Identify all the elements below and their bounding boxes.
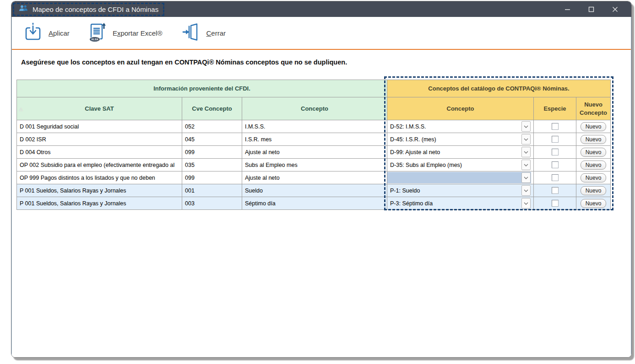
nuevo-concepto-button[interactable]: Nuevo [581, 161, 606, 170]
aplicar-button[interactable]: Aplicar [24, 22, 70, 44]
table-row: D 002 ISR 045 I.S.R. mes D-45: I.S.R. (m… [17, 133, 611, 146]
cell-clave-sat: D 002 ISR [17, 133, 182, 146]
minimize-button[interactable] [555, 1, 579, 17]
cell-clave-sat: OP 999 Pagos distintos a los listados y … [17, 171, 182, 184]
window-title: Mapeo de conceptos de CFDI a Nóminas [33, 5, 158, 13]
table-row: D 001 Seguridad social 052 I.M.S.S. D-52… [17, 120, 611, 133]
window-content: Aplicar XLSX Exportar Excel® [11, 17, 631, 358]
window-controls [555, 1, 627, 17]
close-button[interactable] [603, 1, 627, 17]
concepto-nominas-select[interactable]: D-35: Subs al Empleo (mes) [387, 159, 531, 171]
exportar-excel-button[interactable]: XLSX Exportar Excel® [89, 21, 163, 44]
chevron-down-icon[interactable] [521, 147, 531, 157]
nuevo-concepto-button[interactable]: Nuevo [581, 135, 606, 144]
especie-checkbox[interactable] [552, 174, 559, 181]
window: Mapeo de conceptos de CFDI a Nóminas [11, 1, 632, 358]
apply-download-icon [24, 22, 42, 44]
concepto-nominas-select[interactable]: D-99: Ajuste al neto [387, 146, 531, 158]
cerrar-button[interactable]: Cerrar [181, 22, 226, 44]
table-row-duplicate-warning: P 001 Sueldos, Salarios Rayas y Jornales… [17, 197, 611, 210]
cell-cve-concepto: 003 [182, 197, 242, 210]
mapping-table-wrap: Información proveniente del CFDI. Concep… [16, 80, 610, 210]
especie-checkbox[interactable] [552, 161, 559, 168]
table-row: D 004 Otros 099 Ajuste al neto D-99: Aju… [17, 146, 611, 159]
column-header-nuevo-concepto: Nuevo Concepto [576, 97, 611, 120]
toolbar-button-label: Exportar Excel® [113, 29, 163, 37]
svg-text:XLSX: XLSX [91, 38, 98, 41]
title-bar: Mapeo de conceptos de CFDI a Nóminas [11, 1, 631, 17]
nuevo-concepto-button[interactable]: Nuevo [581, 186, 606, 195]
cell-clave-sat: P 001 Sueldos, Salarios Rayas y Jornales [17, 184, 182, 197]
cell-cve-concepto: 045 [182, 133, 242, 146]
column-header-row: △Clave SAT Cve Concepto Concepto Concept… [17, 97, 611, 120]
cell-clave-sat: P 001 Sueldos, Salarios Rayas y Jornales [17, 197, 182, 210]
especie-checkbox[interactable] [552, 149, 559, 155]
nuevo-concepto-button[interactable]: Nuevo [581, 199, 606, 208]
especie-checkbox[interactable] [552, 187, 559, 194]
cell-concepto-cfdi: Séptimo día [242, 197, 387, 210]
group-header-nominas: Conceptos del catálogo de CONTPAQi® Nómi… [387, 80, 611, 97]
column-header-concepto-cfdi: Concepto [242, 97, 387, 120]
cell-cve-concepto: 035 [182, 159, 242, 171]
concepto-nominas-select[interactable]: P-1: Sueldo [387, 185, 531, 196]
especie-checkbox[interactable] [552, 200, 559, 207]
cell-concepto-cfdi: Sueldo [242, 184, 387, 197]
especie-checkbox[interactable] [552, 123, 559, 130]
chevron-down-icon[interactable] [521, 134, 531, 145]
cell-clave-sat: D 004 Otros [17, 146, 182, 159]
cell-clave-sat: OP 002 Subsidio para el empleo (efectiva… [17, 159, 182, 171]
table-row: OP 999 Pagos distintos a los listados y … [17, 171, 611, 184]
cell-cve-concepto: 099 [182, 171, 242, 184]
column-header-cve-concepto: Cve Concepto [182, 97, 242, 120]
cell-cve-concepto: 099 [182, 146, 242, 159]
chevron-down-icon[interactable] [521, 172, 531, 183]
column-header-clave-sat: △Clave SAT [17, 97, 182, 120]
notice-text: Asegúrese que los conceptos en azul teng… [21, 59, 631, 66]
cell-concepto-cfdi: Ajuste al neto [242, 171, 387, 184]
maximize-button[interactable] [579, 1, 603, 17]
toolbar: Aplicar XLSX Exportar Excel® [12, 17, 631, 50]
exit-door-icon [181, 22, 200, 44]
especie-checkbox[interactable] [552, 136, 559, 143]
concepto-nominas-select[interactable]: P-3: Séptimo día [387, 198, 531, 209]
column-header-concepto-nominas: Concepto [387, 97, 534, 120]
mapping-table: Información proveniente del CFDI. Concep… [16, 80, 611, 210]
cell-concepto-cfdi: Subs al Empleo mes [242, 159, 387, 171]
sort-indicator-icon: △ [19, 106, 23, 111]
concepto-nominas-select[interactable]: D-45: I.S.R. (mes) [387, 134, 531, 145]
toolbar-button-label: Aplicar [49, 29, 70, 37]
chevron-down-icon[interactable] [521, 160, 531, 170]
concepto-nominas-select-empty[interactable] [387, 172, 531, 183]
chevron-down-icon[interactable] [521, 121, 531, 132]
toolbar-button-label: Cerrar [206, 29, 226, 37]
cell-concepto-cfdi: I.S.R. mes [242, 133, 387, 146]
cell-cve-concepto: 052 [182, 120, 242, 133]
group-header-cfdi: Información proveniente del CFDI. [17, 80, 387, 97]
cell-cve-concepto: 001 [182, 184, 242, 197]
table-row: OP 002 Subsidio para el empleo (efectiva… [17, 159, 611, 171]
column-header-especie: Especie [534, 97, 576, 120]
cell-concepto-cfdi: Ajuste al neto [242, 146, 387, 159]
chevron-down-icon[interactable] [521, 198, 531, 209]
app-people-icon [18, 5, 28, 14]
nuevo-concepto-button[interactable]: Nuevo [581, 173, 606, 182]
table-row-duplicate-warning: P 001 Sueldos, Salarios Rayas y Jornales… [17, 184, 611, 197]
excel-export-icon: XLSX [89, 21, 106, 44]
chevron-down-icon[interactable] [521, 185, 531, 196]
cell-clave-sat: D 001 Seguridad social [17, 120, 182, 133]
nuevo-concepto-button[interactable]: Nuevo [581, 148, 606, 157]
concepto-nominas-select[interactable]: D-52: I.M.S.S. [387, 121, 531, 132]
group-header-row: Información proveniente del CFDI. Concep… [17, 80, 611, 97]
nuevo-concepto-button[interactable]: Nuevo [581, 122, 606, 131]
cell-concepto-cfdi: I.M.S.S. [242, 120, 387, 133]
